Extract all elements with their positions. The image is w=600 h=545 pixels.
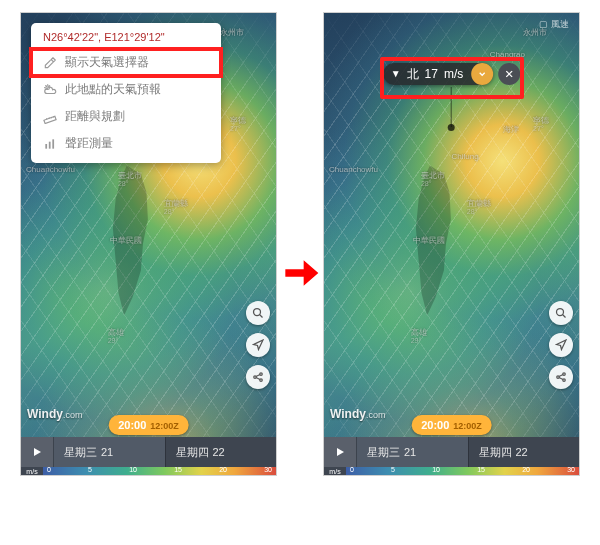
picker-expand-button[interactable] xyxy=(471,63,493,85)
day-next[interactable]: 星期四 22 xyxy=(468,437,580,467)
wind-direction-label: 北 xyxy=(407,66,419,83)
transition-arrow xyxy=(278,251,322,295)
dropper-icon xyxy=(43,56,57,70)
scale-tick: 5 xyxy=(88,466,92,474)
color-scale: m/s 0510152030 xyxy=(324,467,579,475)
day-next[interactable]: 星期四 22 xyxy=(165,437,277,467)
day-current[interactable]: 星期三 21 xyxy=(53,437,165,467)
day-num: 21 xyxy=(404,446,416,458)
svg-rect-2 xyxy=(45,144,47,149)
svg-marker-13 xyxy=(34,448,41,456)
map-label: Chuanchowfu xyxy=(26,165,75,174)
scale-ticks-left: 0510152030 xyxy=(43,467,276,475)
color-scale: m/s 0510152030 xyxy=(21,467,276,475)
search-icon xyxy=(555,307,567,319)
time-local: 20:00 xyxy=(118,419,146,431)
play-icon xyxy=(334,446,346,458)
svg-rect-4 xyxy=(52,139,54,148)
phone-after: Chuanchowfu臺北市28°宜蘭縣28°中華民國高雄29°寧德27°海洋C… xyxy=(323,12,580,476)
day-num: 22 xyxy=(213,446,225,458)
play-button[interactable] xyxy=(21,437,53,467)
scale-tick: 10 xyxy=(432,466,440,474)
share-icon xyxy=(252,371,264,383)
map-label: 中華民國 xyxy=(110,235,142,246)
weather-picker-pill[interactable]: ▼ 北 17m/s xyxy=(383,63,494,85)
play-icon xyxy=(31,446,43,458)
brand-sub: .com xyxy=(63,410,83,420)
map-label: Chuanchowfu xyxy=(329,165,378,174)
search-icon xyxy=(252,307,264,319)
time-pill[interactable]: 20:00 12:00Z xyxy=(411,415,492,435)
wind-speed-unit: m/s xyxy=(444,67,463,81)
svg-line-6 xyxy=(260,315,263,318)
search-button[interactable] xyxy=(246,301,270,325)
locate-button[interactable] xyxy=(246,333,270,357)
map-temp: 29° xyxy=(411,337,422,344)
svg-point-5 xyxy=(254,309,261,316)
scale-tick: 20 xyxy=(522,466,530,474)
wind-speed-value: 17 xyxy=(425,67,438,81)
play-button[interactable] xyxy=(324,437,356,467)
svg-line-23 xyxy=(559,378,563,380)
scale-gradient: 0510152030 xyxy=(346,467,579,475)
layer-swatch-icon: ▢ xyxy=(539,19,551,29)
time-z: 12:00Z xyxy=(453,421,482,431)
context-menu: N26°42'22", E121°29'12" 顯示天氣選擇器此地點的天氣預報距… xyxy=(31,23,221,163)
map-label: Chilung xyxy=(452,152,479,161)
timeline-bar[interactable]: 星期三 21 星期四 22 xyxy=(21,437,276,467)
scale-tick: 30 xyxy=(264,466,272,474)
time-z: 12:00Z xyxy=(150,421,179,431)
ruler-icon xyxy=(43,110,57,124)
chevron-down-icon xyxy=(477,69,487,79)
map-temp: 28° xyxy=(164,208,175,215)
scale-gradient: 0510152030 xyxy=(43,467,276,475)
locate-button[interactable] xyxy=(549,333,573,357)
time-pill[interactable]: 20:00 12:00Z xyxy=(108,415,189,435)
brand-main: Windy xyxy=(330,407,366,421)
ctx-item-1[interactable]: 此地點的天氣預報 xyxy=(31,76,221,103)
share-button[interactable] xyxy=(246,365,270,389)
scale-ticks-right: 0510152030 xyxy=(346,467,579,475)
ctx-item-label: 顯示天氣選擇器 xyxy=(65,54,149,71)
search-button[interactable] xyxy=(549,301,573,325)
timeline-bar[interactable]: 星期三 21 星期四 22 xyxy=(324,437,579,467)
arrow-right-icon xyxy=(278,251,322,295)
svg-line-11 xyxy=(256,375,260,377)
locate-icon xyxy=(555,339,567,351)
time-local: 20:00 xyxy=(421,419,449,431)
brand-watermark: Windy.com xyxy=(330,407,385,421)
svg-rect-3 xyxy=(49,141,51,148)
map-temp: 28° xyxy=(421,180,432,187)
svg-line-17 xyxy=(563,315,566,318)
ctx-item-2[interactable]: 距離與規劃 xyxy=(31,103,221,130)
brand-watermark: Windy.com xyxy=(27,407,82,421)
locate-icon xyxy=(252,339,264,351)
bars-icon xyxy=(43,137,57,151)
wind-direction-icon: ▼ xyxy=(391,68,401,79)
scale-tick: 15 xyxy=(174,466,182,474)
picker-pointer xyxy=(451,87,452,127)
scale-unit: m/s xyxy=(324,467,346,475)
day-num: 22 xyxy=(516,446,528,458)
ctx-item-label: 距離與規劃 xyxy=(65,108,125,125)
share-button[interactable] xyxy=(549,365,573,389)
svg-marker-7 xyxy=(254,340,264,350)
map-temp: 28° xyxy=(467,208,478,215)
scale-unit: m/s xyxy=(21,467,43,475)
map-label: Changrao xyxy=(490,50,525,59)
svg-marker-18 xyxy=(557,340,567,350)
ctx-item-0[interactable]: 顯示天氣選擇器 xyxy=(31,49,221,76)
day-current[interactable]: 星期三 21 xyxy=(356,437,468,467)
scale-tick: 5 xyxy=(391,466,395,474)
share-icon xyxy=(555,371,567,383)
layer-label[interactable]: ▢ 風速 xyxy=(535,17,573,32)
ctx-item-3[interactable]: 聲距測量 xyxy=(31,130,221,157)
brand-sub: .com xyxy=(366,410,386,420)
close-icon xyxy=(504,69,514,79)
day-name: 星期四 xyxy=(479,445,512,460)
ctx-items: 顯示天氣選擇器此地點的天氣預報距離與規劃聲距測量 xyxy=(31,49,221,157)
phone-before: Chuanchowfu臺北市28°宜蘭縣28°中華民國高雄29°寧德27°海洋C… xyxy=(20,12,277,476)
picker-close-button[interactable] xyxy=(498,63,520,85)
day-name: 星期三 xyxy=(64,445,97,460)
map-label: 海洋 xyxy=(503,124,519,135)
